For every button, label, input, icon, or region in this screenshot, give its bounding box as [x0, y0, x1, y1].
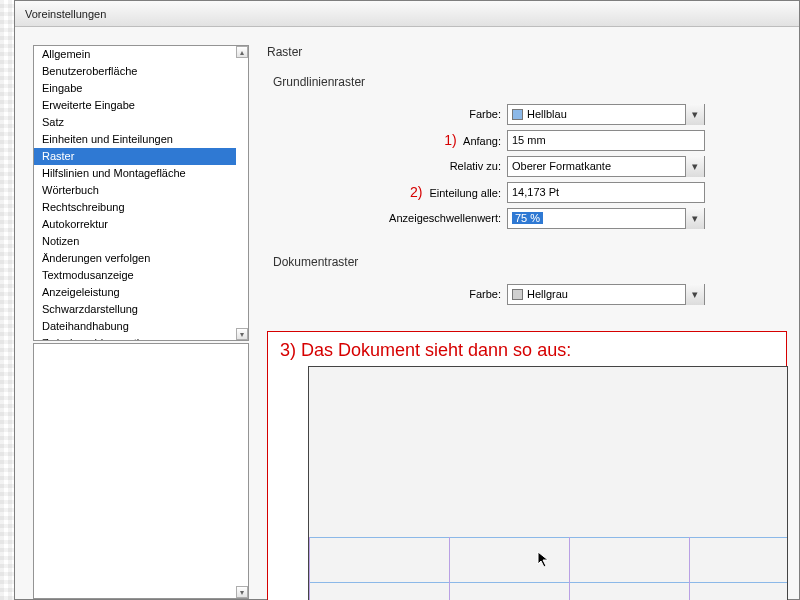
label-start: 1) Anfang:: [273, 132, 507, 148]
label-docgrid-color: Farbe:: [273, 288, 507, 300]
category-item-notizen[interactable]: Notizen: [34, 233, 236, 250]
input-increment[interactable]: 14,173 Pt: [507, 182, 705, 203]
grid-vertical: [449, 537, 450, 600]
category-label: Wörterbuch: [42, 184, 99, 196]
category-item-satz[interactable]: Satz: [34, 114, 236, 131]
input-value: 15 mm: [512, 134, 546, 146]
color-swatch-icon: [512, 289, 523, 300]
category-item-anzeigeleistung[interactable]: Anzeigeleistung: [34, 284, 236, 301]
label-increment: 2) Einteilung alle:: [273, 184, 507, 200]
label-text: Einteilung alle:: [429, 187, 501, 199]
category-item-einheiten[interactable]: Einheiten und Einteilungen: [34, 131, 236, 148]
panel-raster: Raster Grundlinienraster Farbe: Hellblau…: [267, 45, 799, 599]
category-label: Allgemein: [42, 48, 90, 60]
category-item-schwarzdarstellung[interactable]: Schwarzdarstellung: [34, 301, 236, 318]
baseline-line: [309, 582, 787, 583]
category-item-dateihandhabung[interactable]: Dateihandhabung: [34, 318, 236, 335]
grid-vertical: [569, 537, 570, 600]
preview-box: ▾: [33, 343, 249, 599]
scroll-down-icon[interactable]: ▾: [236, 328, 248, 340]
category-item-ui[interactable]: Benutzeroberfläche: [34, 63, 236, 80]
annotation-1: 1): [444, 132, 456, 148]
category-label: Schwarzdarstellung: [42, 303, 138, 315]
category-item-aenderungen[interactable]: Änderungen verfolgen: [34, 250, 236, 267]
annotation-2: 2): [410, 184, 422, 200]
select-value: Oberer Formatkante: [512, 160, 611, 172]
category-item-autokorrektur[interactable]: Autokorrektur: [34, 216, 236, 233]
scroll-down-icon[interactable]: ▾: [236, 586, 248, 598]
category-label: Einheiten und Einteilungen: [42, 133, 173, 145]
category-label: Autokorrektur: [42, 218, 108, 230]
category-list-inner: Allgemein Benutzeroberfläche Eingabe Erw…: [34, 46, 236, 340]
category-item-woerterbuch[interactable]: Wörterbuch: [34, 182, 236, 199]
select-value: Hellgrau: [527, 288, 568, 300]
panel-title: Raster: [267, 45, 799, 59]
input-value: 14,173 Pt: [512, 186, 559, 198]
category-label: Raster: [42, 150, 74, 162]
label-text: Anfang:: [463, 135, 501, 147]
category-item-eingabe[interactable]: Eingabe: [34, 80, 236, 97]
annotation-3: 3) Das Dokument sieht dann so aus:: [280, 340, 571, 361]
category-item-erweiterte-eingabe[interactable]: Erweiterte Eingabe: [34, 97, 236, 114]
preferences-dialog: Voreinstellungen Allgemein Benutzeroberf…: [14, 0, 800, 600]
grid-vertical: [689, 537, 690, 600]
label-color: Farbe:: [273, 108, 507, 120]
select-relative[interactable]: Oberer Formatkante: [507, 156, 705, 177]
select-value: Hellblau: [527, 108, 567, 120]
category-label: Satz: [42, 116, 64, 128]
category-label: Dateihandhabung: [42, 320, 129, 332]
category-item-rechtschreibung[interactable]: Rechtschreibung: [34, 199, 236, 216]
category-label: Eingabe: [42, 82, 82, 94]
select-threshold[interactable]: 75 %: [507, 208, 705, 229]
category-label: Erweiterte Eingabe: [42, 99, 135, 111]
category-item-hilfslinien[interactable]: Hilfslinien und Montagefläche: [34, 165, 236, 182]
sidebar: Allgemein Benutzeroberfläche Eingabe Erw…: [33, 45, 249, 599]
category-list[interactable]: Allgemein Benutzeroberfläche Eingabe Erw…: [33, 45, 249, 341]
color-swatch-icon: [512, 109, 523, 120]
group-document-grid: Dokumentraster Farbe: Hellgrau: [273, 255, 799, 307]
dialog-title: Voreinstellungen: [25, 8, 106, 20]
category-label: Hilfslinien und Montagefläche: [42, 167, 186, 179]
group-title-docgrid: Dokumentraster: [273, 255, 799, 269]
category-label: Textmodusanzeige: [42, 269, 134, 281]
preview-outer-frame: 3) Das Dokument sieht dann so aus:: [267, 331, 787, 600]
input-start[interactable]: 15 mm: [507, 130, 705, 151]
category-item-textmodus[interactable]: Textmodusanzeige: [34, 267, 236, 284]
category-label: Rechtschreibung: [42, 201, 125, 213]
preview-page: [308, 366, 788, 600]
dialog-body: Allgemein Benutzeroberfläche Eingabe Erw…: [15, 27, 799, 599]
grid-vertical: [309, 537, 310, 600]
category-item-allgemein[interactable]: Allgemein: [34, 46, 236, 63]
baseline-line: [309, 537, 787, 538]
select-docgrid-color[interactable]: Hellgrau: [507, 284, 705, 305]
scroll-up-icon[interactable]: ▴: [236, 46, 248, 58]
group-title-baseline: Grundlinienraster: [273, 75, 799, 89]
label-threshold: Anzeigeschwellenwert:: [273, 212, 507, 224]
category-item-zwischenablage[interactable]: Zwischenablageoptionen: [34, 335, 236, 340]
select-baseline-color[interactable]: Hellblau: [507, 104, 705, 125]
category-item-raster[interactable]: Raster: [34, 148, 236, 165]
select-value-selected: 75 %: [512, 212, 543, 224]
category-label: Notizen: [42, 235, 79, 247]
cursor-icon: [537, 551, 551, 573]
category-label: Benutzeroberfläche: [42, 65, 137, 77]
dialog-titlebar[interactable]: Voreinstellungen: [15, 1, 799, 27]
category-label: Anzeigeleistung: [42, 286, 120, 298]
group-baseline-grid: Grundlinienraster Farbe: Hellblau 1) Anf…: [273, 75, 799, 231]
category-label: Zwischenablageoptionen: [42, 337, 164, 340]
label-relative: Relativ zu:: [273, 160, 507, 172]
category-label: Änderungen verfolgen: [42, 252, 150, 264]
